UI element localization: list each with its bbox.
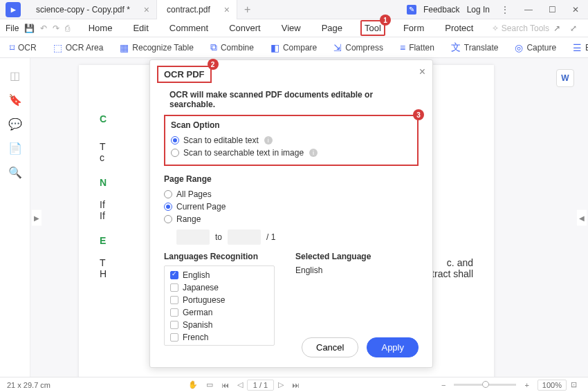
menu-protect[interactable]: Protect (442, 21, 476, 35)
menu-page[interactable]: Page (319, 21, 345, 35)
fit-page-icon[interactable]: ⊡ (571, 380, 577, 389)
hand-tool-icon[interactable]: ✋ (188, 380, 198, 389)
search-icon[interactable]: 🔍 (8, 166, 22, 179)
tb-translate[interactable]: 文Translate (451, 41, 499, 54)
prev-page-arrow[interactable]: ▶ (32, 209, 42, 225)
undo-icon[interactable]: ↶ (40, 24, 47, 33)
menu-form[interactable]: Form (401, 21, 427, 35)
file-menu[interactable]: File (6, 24, 24, 33)
info-icon[interactable]: i (309, 149, 318, 157)
menu-convert[interactable]: Convert (226, 21, 264, 35)
sidebar-left: ◫ 🔖 💬 📄 🔍 (0, 58, 30, 377)
add-tab-button[interactable]: + (237, 3, 257, 16)
menu-home[interactable]: Home (86, 21, 116, 35)
close-window-icon[interactable]: ✕ (567, 3, 584, 17)
info-icon[interactable]: i (264, 136, 273, 144)
radio-icon[interactable] (164, 190, 172, 198)
app-logo-icon: ▸ (6, 2, 21, 17)
range-custom[interactable]: Range (164, 213, 419, 225)
tb-compare[interactable]: ◧Compare (270, 42, 317, 53)
menu-edit[interactable]: Edit (130, 21, 151, 35)
thumbnails-icon[interactable]: ◫ (10, 69, 20, 82)
tab-document[interactable]: contract.pdf × (157, 0, 237, 19)
menu-view[interactable]: View (279, 21, 304, 35)
tb-batch[interactable]: ☰Ba› (573, 42, 588, 53)
scan-option-section: 3 Scan Option Scan to editable text i Sc… (164, 115, 419, 166)
radio-icon[interactable] (164, 203, 172, 211)
checkbox-icon[interactable] (170, 333, 178, 342)
feedback-link[interactable]: Feedback (423, 5, 460, 15)
zoom-out-icon[interactable]: − (441, 381, 445, 389)
save-icon[interactable]: 💾 (24, 24, 35, 33)
redo-icon[interactable]: ↷ (53, 24, 59, 33)
lang-english[interactable]: English (165, 269, 274, 281)
cancel-button[interactable]: Cancel (302, 337, 358, 357)
tb-ocr[interactable]: ⌑OCR (10, 42, 37, 53)
menu-comment[interactable]: Comment (167, 21, 211, 35)
checkbox-icon[interactable] (170, 271, 178, 279)
minimize-icon[interactable]: — (520, 3, 537, 17)
range-current[interactable]: Current Page (164, 200, 419, 213)
last-page-icon[interactable]: ⏭ (292, 381, 300, 389)
comments-icon[interactable]: 💬 (8, 118, 22, 131)
export-word-icon[interactable]: W (556, 69, 574, 87)
print-icon[interactable]: ⎙ (65, 24, 70, 33)
zoom-slider[interactable] (454, 384, 516, 386)
page-indicator: 1 / 1 (247, 380, 274, 391)
next-page-arrow[interactable]: ◀ (577, 209, 587, 225)
range-to-input[interactable] (228, 230, 261, 245)
statusbar: 21 x 29.7 cm ✋ ▭ ⏮ ◁ 1 / 1 ▷ ⏭ − + 100% … (0, 377, 588, 392)
zoom-value[interactable]: 100% (538, 380, 567, 391)
checkbox-icon[interactable] (170, 283, 178, 292)
next-page-icon[interactable]: ▷ (278, 380, 284, 389)
range-all[interactable]: All Pages (164, 188, 419, 200)
tb-capture[interactable]: ◎Capture (515, 42, 556, 53)
tb-combine[interactable]: ⧉Combine (210, 41, 254, 53)
scan-option-searchable[interactable]: Scan to searchable text in image i (171, 147, 412, 159)
prev-page-icon[interactable]: ◁ (237, 380, 243, 389)
close-icon[interactable]: × (224, 4, 230, 15)
lang-french[interactable]: French (165, 331, 274, 344)
maximize-icon[interactable]: ☐ (544, 3, 560, 17)
tb-recognize-table[interactable]: ▦Recognize Table (120, 42, 194, 53)
radio-icon[interactable] (171, 136, 179, 144)
expand-icon[interactable]: ⤢ (570, 24, 582, 33)
apply-button[interactable]: Apply (367, 337, 419, 357)
login-link[interactable]: Log In (467, 5, 490, 15)
menu-tool[interactable]: Tool 1 (360, 20, 385, 36)
zoom-thumb[interactable] (482, 381, 489, 388)
lang-spanish[interactable]: Spanish (165, 319, 274, 331)
zoom-in-icon[interactable]: + (524, 381, 529, 389)
checkbox-icon[interactable] (170, 308, 178, 317)
search-tools[interactable]: ✧ Search Tools (492, 24, 549, 33)
external-icon[interactable]: ↗ (553, 24, 566, 33)
radio-icon[interactable] (171, 149, 179, 157)
translate-icon: 文 (451, 41, 461, 54)
sparkle-icon: ✧ (492, 24, 499, 33)
radio-icon[interactable] (164, 215, 172, 223)
compare-icon: ◧ (270, 42, 279, 53)
tab-title: science-copy - Copy.pdf * (36, 5, 130, 15)
scan-option-editable[interactable]: Scan to editable text i (171, 134, 412, 147)
doc-text: E (100, 235, 106, 246)
kebab-icon[interactable]: ⋮ (497, 3, 513, 17)
search-tools-label: Search Tools (502, 24, 549, 33)
badge-3: 3 (413, 109, 424, 120)
dialog-close-icon[interactable]: × (419, 66, 425, 78)
tab-document[interactable]: science-copy - Copy.pdf * × (26, 0, 157, 19)
range-from-input[interactable] (176, 230, 210, 245)
close-icon[interactable]: × (144, 4, 149, 15)
checkbox-icon[interactable] (170, 321, 178, 329)
language-list[interactable]: English Japanese Portuguese German Spani… (164, 265, 275, 346)
tb-compress[interactable]: ⇲Compress (333, 42, 383, 53)
lang-german[interactable]: German (165, 306, 274, 319)
checkbox-icon[interactable] (170, 296, 178, 304)
tb-flatten[interactable]: ≡Flatten (400, 42, 434, 53)
first-page-icon[interactable]: ⏮ (221, 381, 229, 389)
tb-ocr-area[interactable]: ⬚OCR Area (53, 42, 104, 53)
attachments-icon[interactable]: 📄 (8, 142, 22, 155)
select-tool-icon[interactable]: ▭ (206, 380, 213, 389)
bookmarks-icon[interactable]: 🔖 (8, 93, 22, 106)
lang-portuguese[interactable]: Portuguese (165, 294, 274, 306)
lang-japanese[interactable]: Japanese (165, 281, 274, 294)
